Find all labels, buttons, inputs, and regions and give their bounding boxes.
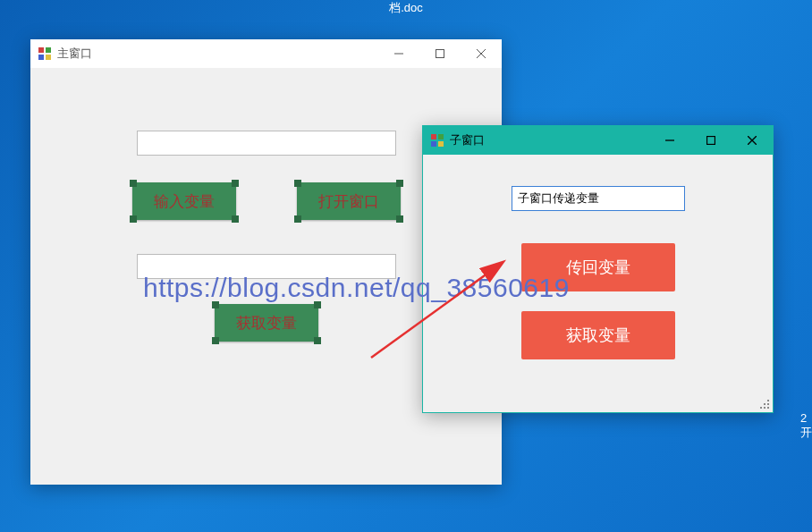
child-window-titlebar[interactable]: 子窗口	[423, 126, 773, 155]
close-button[interactable]	[461, 39, 502, 68]
close-button[interactable]	[732, 126, 773, 155]
svg-rect-9	[438, 134, 444, 139]
child-input[interactable]	[512, 186, 685, 211]
svg-rect-16	[767, 400, 769, 401]
svg-rect-0	[38, 47, 44, 53]
svg-rect-3	[46, 55, 51, 60]
app-icon	[430, 133, 444, 148]
minimize-button[interactable]	[378, 39, 419, 68]
resize-grip-icon[interactable]	[758, 398, 771, 410]
svg-rect-13	[707, 137, 715, 145]
input-variable-button[interactable]: 输入变量	[132, 182, 236, 220]
main-input-2[interactable]	[137, 254, 396, 279]
open-window-button[interactable]: 打开窗口	[297, 182, 401, 220]
svg-rect-20	[764, 407, 765, 409]
main-window-titlebar[interactable]: 主窗口	[30, 39, 502, 68]
app-icon	[38, 46, 52, 61]
main-button-row: 输入变量 打开窗口	[132, 182, 401, 220]
svg-rect-11	[438, 141, 444, 147]
child-window-body: 传回变量 获取变量	[423, 155, 773, 412]
svg-rect-8	[431, 134, 436, 139]
svg-rect-19	[760, 407, 762, 409]
svg-rect-21	[767, 407, 769, 409]
side-cropped-text: 2 开	[800, 411, 812, 441]
child-window: 子窗口 传回变量 获取变量	[422, 125, 774, 413]
maximize-button[interactable]	[690, 126, 732, 155]
svg-rect-2	[38, 55, 44, 60]
desktop-file-label: 档.doc	[389, 0, 423, 16]
main-window-title: 主窗口	[57, 46, 92, 62]
svg-rect-5	[436, 50, 444, 58]
child-window-title: 子窗口	[450, 132, 485, 148]
svg-rect-10	[431, 141, 436, 147]
return-variable-button[interactable]: 传回变量	[521, 243, 675, 291]
minimize-button[interactable]	[649, 126, 690, 155]
get-variable-button[interactable]: 获取变量	[215, 304, 318, 342]
main-input-1[interactable]	[137, 131, 396, 156]
svg-rect-1	[46, 47, 51, 53]
svg-rect-17	[764, 403, 765, 405]
child-get-variable-button[interactable]: 获取变量	[521, 311, 675, 359]
svg-rect-18	[767, 403, 769, 405]
maximize-button[interactable]	[419, 39, 461, 68]
